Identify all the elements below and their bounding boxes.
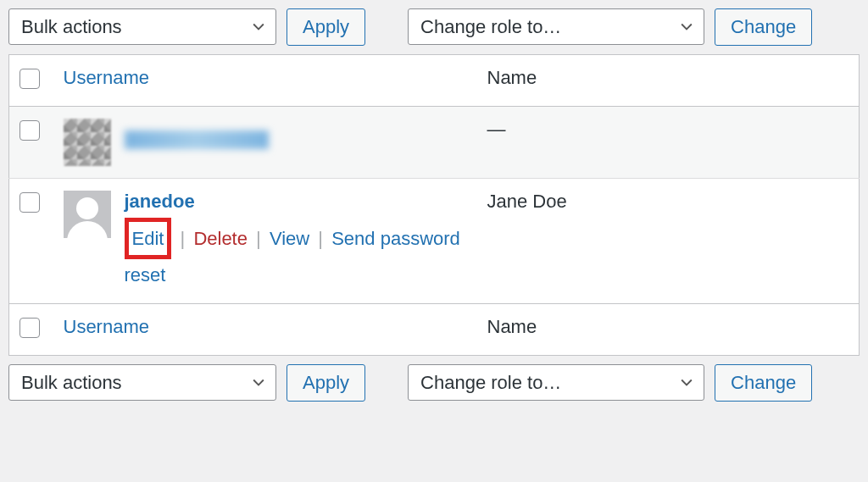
select-all-checkbox[interactable]	[19, 69, 40, 89]
change-button[interactable]: Change	[715, 364, 812, 402]
bottom-toolbar: Bulk actions Apply Change role to… Chang…	[0, 356, 868, 410]
change-role-select[interactable]: Change role to…	[408, 8, 704, 45]
avatar	[64, 119, 111, 166]
column-header-name: Name	[487, 67, 537, 88]
change-role-select[interactable]: Change role to…	[408, 364, 704, 401]
edit-highlight: Edit	[125, 218, 172, 259]
column-header-username[interactable]: Username	[64, 67, 149, 88]
row-checkbox[interactable]	[19, 192, 40, 213]
username-link[interactable]: janedoe	[125, 191, 195, 212]
avatar	[64, 191, 111, 238]
apply-button[interactable]: Apply	[287, 364, 365, 402]
row-checkbox[interactable]	[19, 120, 40, 141]
users-table: Username Name — janedoe	[8, 54, 860, 356]
edit-link[interactable]: Edit	[132, 228, 164, 249]
row-actions: Edit | Delete | View | Send password res…	[125, 218, 467, 291]
bulk-actions-select-wrapper: Bulk actions	[8, 364, 276, 402]
select-all-checkbox[interactable]	[19, 318, 40, 338]
bulk-actions-select[interactable]: Bulk actions	[8, 364, 276, 401]
table-row: —	[9, 107, 860, 179]
bulk-actions-select[interactable]: Bulk actions	[8, 8, 276, 45]
top-toolbar: Bulk actions Apply Change role to… Chang…	[0, 0, 868, 54]
change-role-select-wrapper: Change role to…	[408, 8, 704, 46]
change-role-select-wrapper: Change role to…	[408, 364, 704, 402]
apply-button[interactable]: Apply	[287, 8, 365, 46]
column-footer-username[interactable]: Username	[64, 316, 149, 337]
view-link[interactable]: View	[270, 228, 309, 249]
table-row: janedoe Edit | Delete | View | Send pass…	[9, 179, 860, 304]
user-name-value: Jane Doe	[487, 191, 567, 212]
change-button[interactable]: Change	[715, 8, 812, 46]
user-name-value: —	[487, 119, 506, 140]
delete-link[interactable]: Delete	[193, 228, 248, 249]
bulk-actions-select-wrapper: Bulk actions	[8, 8, 276, 46]
username-link[interactable]	[125, 130, 269, 149]
column-footer-name: Name	[487, 316, 537, 337]
